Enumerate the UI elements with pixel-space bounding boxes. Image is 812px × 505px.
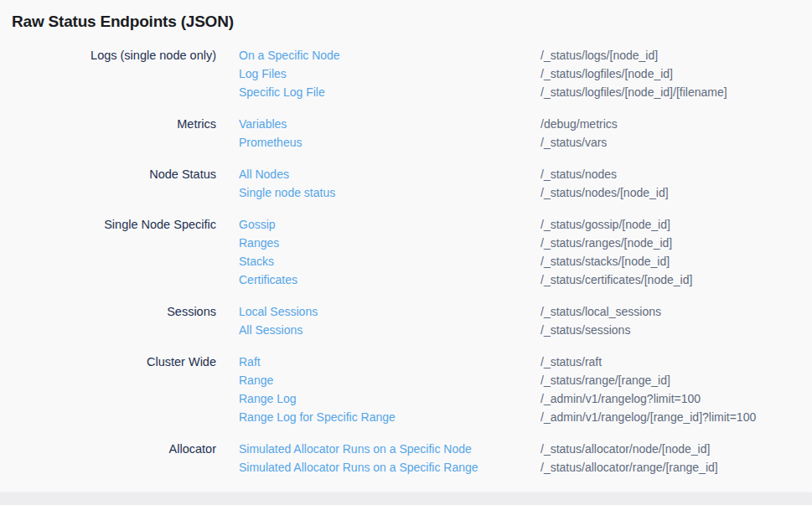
- endpoint-path: /_status/logs/[node_id]: [540, 46, 658, 64]
- endpoint-link[interactable]: Ranges: [239, 234, 540, 252]
- endpoint-group: Cluster Wide Raft /_status/raft Range /_…: [0, 353, 812, 426]
- category-label: Metrics: [0, 115, 216, 133]
- entry-list: On a Specific Node /_status/logs/[node_i…: [239, 46, 812, 101]
- footer-strip: [0, 492, 812, 505]
- endpoint-link[interactable]: Variables: [239, 115, 540, 133]
- endpoint-link[interactable]: Log Files: [239, 64, 540, 83]
- endpoint-entry: Specific Log File /_status/logfiles/[nod…: [239, 83, 812, 101]
- page-title: Raw Status Endpoints (JSON): [0, 0, 812, 33]
- endpoint-path: /_status/logfiles/[node_id]: [540, 64, 673, 83]
- endpoint-link[interactable]: Range: [239, 371, 540, 389]
- endpoint-path: /_status/range/[range_id]: [540, 371, 670, 389]
- endpoint-entry: Log Files /_status/logfiles/[node_id]: [239, 64, 812, 83]
- endpoint-link[interactable]: Single node status: [239, 183, 540, 202]
- endpoint-group: Logs (single node only) On a Specific No…: [0, 46, 812, 101]
- endpoint-link[interactable]: Specific Log File: [239, 83, 540, 101]
- endpoint-entry: Range Log /_admin/v1/rangelog?limit=100: [239, 389, 812, 408]
- category-label: Cluster Wide: [0, 353, 216, 371]
- entry-list: Simulated Allocator Runs on a Specific N…: [239, 440, 812, 477]
- endpoint-entry: Variables /debug/metrics: [239, 115, 812, 133]
- category-label: Node Status: [0, 165, 216, 183]
- category-label: Sessions: [0, 302, 216, 321]
- entry-list: Variables /debug/metrics Prometheus /_st…: [239, 115, 812, 152]
- endpoint-entry: Raft /_status/raft: [239, 353, 812, 371]
- endpoint-link[interactable]: All Nodes: [239, 165, 540, 183]
- endpoint-entry: Stacks /_status/stacks/[node_id]: [239, 252, 812, 271]
- endpoint-path: /_status/sessions: [540, 321, 630, 339]
- endpoint-link[interactable]: Range Log for Specific Range: [239, 408, 540, 426]
- endpoint-entry: Range /_status/range/[range_id]: [239, 371, 812, 389]
- endpoint-link[interactable]: Range Log: [239, 389, 540, 408]
- endpoint-link[interactable]: Gossip: [239, 215, 540, 234]
- endpoint-entry: On a Specific Node /_status/logs/[node_i…: [239, 46, 812, 64]
- endpoint-path: /_admin/v1/rangelog?limit=100: [540, 389, 701, 408]
- category-label: Allocator: [0, 440, 216, 458]
- endpoint-path: /_status/logfiles/[node_id]/[filename]: [540, 83, 727, 101]
- endpoint-group: Single Node Specific Gossip /_status/gos…: [0, 215, 812, 289]
- endpoint-link[interactable]: Stacks: [239, 252, 540, 271]
- endpoint-path: /_admin/v1/rangelog/[range_id]?limit=100: [540, 408, 756, 426]
- endpoint-path: /_status/local_sessions: [540, 302, 661, 321]
- endpoint-link[interactable]: All Sessions: [239, 321, 540, 339]
- endpoint-entry: All Sessions /_status/sessions: [239, 321, 812, 339]
- endpoint-path: /_status/gossip/[node_id]: [540, 215, 670, 234]
- endpoint-link[interactable]: Simulated Allocator Runs on a Specific R…: [239, 458, 540, 477]
- category-label: Single Node Specific: [0, 215, 216, 234]
- entry-list: Gossip /_status/gossip/[node_id] Ranges …: [239, 215, 812, 289]
- endpoint-path: /_status/nodes/[node_id]: [540, 183, 669, 202]
- endpoint-entry: Ranges /_status/ranges/[node_id]: [239, 234, 812, 252]
- entry-list: Raft /_status/raft Range /_status/range/…: [239, 353, 812, 426]
- endpoint-path: /_status/allocator/range/[range_id]: [540, 458, 718, 477]
- endpoint-path: /_status/allocator/node/[node_id]: [540, 440, 710, 458]
- endpoint-entry: Single node status /_status/nodes/[node_…: [239, 183, 812, 202]
- endpoint-entry: Simulated Allocator Runs on a Specific N…: [239, 440, 812, 458]
- endpoint-path: /_status/certificates/[node_id]: [540, 271, 692, 289]
- entry-list: All Nodes /_status/nodes Single node sta…: [239, 165, 812, 202]
- endpoint-entry: Simulated Allocator Runs on a Specific R…: [239, 458, 812, 477]
- endpoint-link[interactable]: On a Specific Node: [239, 46, 540, 64]
- endpoint-path: /debug/metrics: [540, 115, 618, 133]
- endpoint-path: /_status/vars: [540, 133, 607, 152]
- endpoint-path: /_status/raft: [540, 353, 602, 371]
- endpoint-entry: Certificates /_status/certificates/[node…: [239, 271, 812, 289]
- endpoint-entry: All Nodes /_status/nodes: [239, 165, 812, 183]
- endpoint-entry: Gossip /_status/gossip/[node_id]: [239, 215, 812, 234]
- debug-endpoints-page: Raw Status Endpoints (JSON) Logs (single…: [0, 0, 812, 505]
- endpoint-path: /_status/ranges/[node_id]: [540, 234, 672, 252]
- endpoint-link[interactable]: Raft: [239, 353, 540, 371]
- endpoint-link[interactable]: Prometheus: [239, 133, 540, 152]
- endpoint-link[interactable]: Local Sessions: [239, 302, 540, 321]
- endpoint-group: Metrics Variables /debug/metrics Prometh…: [0, 115, 812, 152]
- endpoint-entry: Range Log for Specific Range /_admin/v1/…: [239, 408, 812, 426]
- endpoint-path: /_status/nodes: [540, 165, 617, 183]
- endpoint-entry: Prometheus /_status/vars: [239, 133, 812, 152]
- category-label: Logs (single node only): [0, 46, 216, 64]
- endpoint-groups: Logs (single node only) On a Specific No…: [0, 46, 812, 477]
- endpoint-entry: Local Sessions /_status/local_sessions: [239, 302, 812, 321]
- entry-list: Local Sessions /_status/local_sessions A…: [239, 302, 812, 339]
- endpoint-link[interactable]: Simulated Allocator Runs on a Specific N…: [239, 440, 540, 458]
- endpoint-group: Allocator Simulated Allocator Runs on a …: [0, 440, 812, 477]
- endpoint-path: /_status/stacks/[node_id]: [540, 252, 670, 271]
- endpoint-group: Sessions Local Sessions /_status/local_s…: [0, 302, 812, 339]
- endpoint-link[interactable]: Certificates: [239, 271, 540, 289]
- endpoint-group: Node Status All Nodes /_status/nodes Sin…: [0, 165, 812, 202]
